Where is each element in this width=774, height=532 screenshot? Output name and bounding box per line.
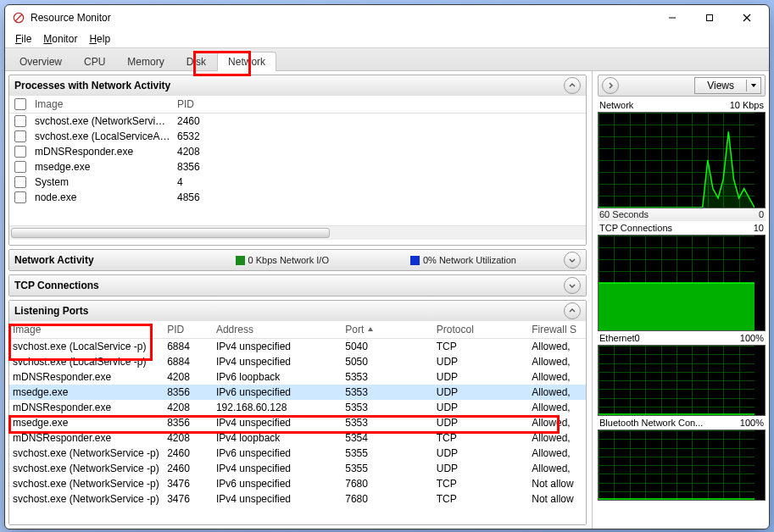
- cell-pid: 6532: [174, 129, 223, 144]
- tab-overview[interactable]: Overview: [8, 52, 73, 71]
- row-checkbox[interactable]: [9, 159, 31, 175]
- table-row[interactable]: msedge.exe8356IPv4 unspecified5353UDPAll…: [9, 415, 586, 430]
- svg-rect-48: [599, 283, 755, 330]
- checkbox-icon[interactable]: [14, 146, 26, 158]
- processes-col-check[interactable]: [9, 97, 31, 112]
- table-row[interactable]: svchost.exe (NetworkService...2460: [9, 114, 586, 129]
- chart-canvas: [598, 429, 766, 501]
- cell-image: svchost.exe (NetworkService -p): [9, 476, 164, 491]
- svg-marker-7: [751, 84, 756, 87]
- panel-listening-ports-header[interactable]: Listening Ports: [9, 301, 586, 321]
- row-checkbox[interactable]: [9, 190, 31, 205]
- tab-network[interactable]: Network: [217, 52, 276, 71]
- cell-protocol: TCP: [433, 430, 529, 446]
- tab-cpu[interactable]: CPU: [73, 52, 116, 71]
- table-row[interactable]: svchost.exe (NetworkService -p)2460IPv4 …: [9, 461, 586, 476]
- cell-protocol: UDP: [433, 400, 529, 415]
- ports-col-protocol[interactable]: Protocol: [433, 322, 529, 337]
- table-row[interactable]: svchost.exe (LocalServiceAn...6532: [9, 129, 586, 144]
- table-row[interactable]: msedge.exe8356: [9, 159, 586, 175]
- chevron-down-icon: [747, 82, 760, 89]
- tab-disk[interactable]: Disk: [175, 52, 217, 71]
- row-checkbox[interactable]: [9, 129, 31, 144]
- panel-network-activity-header[interactable]: Network Activity 0 Kbps Network I/O 0% N…: [9, 250, 586, 270]
- ports-col-pid[interactable]: PID: [164, 322, 213, 337]
- cell-image: svchost.exe (NetworkService...: [31, 114, 174, 129]
- collapse-button[interactable]: [564, 302, 581, 319]
- table-row[interactable]: mDNSResponder.exe4208192.168.60.1285353U…: [9, 400, 586, 415]
- checkbox-icon[interactable]: [14, 98, 26, 110]
- cell-address: IPv6 unspecified: [213, 476, 342, 491]
- checkbox-icon[interactable]: [14, 176, 26, 188]
- cell-pid: 8356: [174, 159, 223, 175]
- chart-title-row: Ethernet0100%: [598, 331, 766, 345]
- menu-monitor[interactable]: Monitor: [38, 31, 82, 47]
- tabstrip: Overview CPU Memory Disk Network: [5, 47, 769, 71]
- chart-canvas: [598, 235, 766, 331]
- ports-col-port[interactable]: Port: [342, 322, 433, 337]
- network-io-chip: 0 Kbps Network I/O: [236, 255, 329, 265]
- table-row[interactable]: svchost.exe (NetworkService -p)2460IPv6 …: [9, 446, 586, 461]
- table-row[interactable]: svchost.exe (LocalService -p)6884IPv4 un…: [9, 354, 586, 369]
- ports-col-image[interactable]: Image: [9, 322, 164, 337]
- menu-file[interactable]: File: [10, 31, 36, 47]
- cell-image: svchost.exe (LocalServiceAn...: [31, 129, 174, 144]
- cell-image: msedge.exe: [31, 159, 174, 175]
- table-row[interactable]: mDNSResponder.exe4208IPv6 loopback5353UD…: [9, 369, 586, 385]
- tab-memory[interactable]: Memory: [116, 52, 175, 71]
- checkbox-icon[interactable]: [14, 191, 26, 203]
- cell-address: IPv6 loopback: [213, 369, 342, 385]
- side-expand-button[interactable]: [602, 77, 619, 94]
- cell-address: IPv4 unspecified: [213, 339, 342, 354]
- network-util-chip: 0% Network Utilization: [410, 255, 516, 265]
- row-checkbox[interactable]: [9, 144, 31, 159]
- expand-button[interactable]: [564, 277, 581, 294]
- resource-monitor-window: Resource Monitor File Monitor Help Overv…: [4, 4, 770, 529]
- ports-col-firewall[interactable]: Firewall S: [528, 322, 586, 337]
- table-row[interactable]: msedge.exe8356IPv6 unspecified5353UDPAll…: [9, 385, 586, 400]
- collapse-button[interactable]: [564, 77, 581, 94]
- chart-canvas: [598, 112, 766, 208]
- row-checkbox[interactable]: [9, 114, 31, 129]
- horizontal-scrollbar[interactable]: [9, 225, 586, 240]
- checkbox-icon[interactable]: [14, 130, 26, 142]
- checkbox-icon[interactable]: [14, 161, 26, 173]
- row-checkbox[interactable]: [9, 175, 31, 190]
- menu-help[interactable]: Help: [84, 31, 115, 47]
- table-row[interactable]: svchost.exe (LocalService -p)6884IPv4 un…: [9, 339, 586, 354]
- maximize-button[interactable]: [691, 6, 728, 30]
- cell-protocol: TCP: [433, 491, 529, 507]
- ports-col-address[interactable]: Address: [213, 322, 342, 337]
- menubar: File Monitor Help: [5, 30, 769, 47]
- minimize-button[interactable]: [654, 6, 691, 30]
- table-row[interactable]: System4: [9, 175, 586, 190]
- cell-pid: 4: [174, 175, 223, 190]
- titlebar[interactable]: Resource Monitor: [5, 5, 769, 30]
- cell-firewall: Allowed,: [528, 461, 586, 476]
- table-row[interactable]: mDNSResponder.exe4208IPv4 loopback5354TC…: [9, 430, 586, 446]
- expand-button[interactable]: [564, 252, 581, 269]
- processes-col-pid[interactable]: PID: [174, 97, 223, 112]
- checkbox-icon[interactable]: [14, 115, 26, 127]
- views-button[interactable]: Views: [694, 77, 761, 94]
- close-button[interactable]: [728, 6, 766, 30]
- scrollbar-thumb[interactable]: [11, 228, 330, 238]
- cell-pid: 8356: [164, 385, 213, 400]
- table-row[interactable]: mDNSResponder.exe4208: [9, 144, 586, 159]
- cell-pid: 6884: [164, 354, 213, 369]
- cell-image: node.exe: [31, 190, 174, 205]
- cell-firewall: Allowed,: [528, 430, 586, 446]
- table-row[interactable]: svchost.exe (NetworkService -p)3476IPv6 …: [9, 476, 586, 491]
- panel-processes-header[interactable]: Processes with Network Activity: [9, 75, 586, 96]
- svg-rect-3: [707, 15, 713, 21]
- panel-tcp-connections-header[interactable]: TCP Connections: [9, 275, 586, 296]
- ports-header-row: Image PID Address Port Protocol Firewall…: [9, 321, 586, 339]
- cell-image: mDNSResponder.exe: [9, 400, 164, 415]
- processes-col-image[interactable]: Image: [31, 97, 174, 112]
- panel-tcp-connections-title: TCP Connections: [14, 280, 99, 291]
- cell-image: msedge.exe: [9, 385, 164, 400]
- cell-firewall: Allowed,: [528, 415, 586, 430]
- table-row[interactable]: svchost.exe (NetworkService -p)3476IPv4 …: [9, 491, 586, 507]
- table-row[interactable]: node.exe4856: [9, 190, 586, 205]
- cell-pid: 4208: [164, 430, 213, 446]
